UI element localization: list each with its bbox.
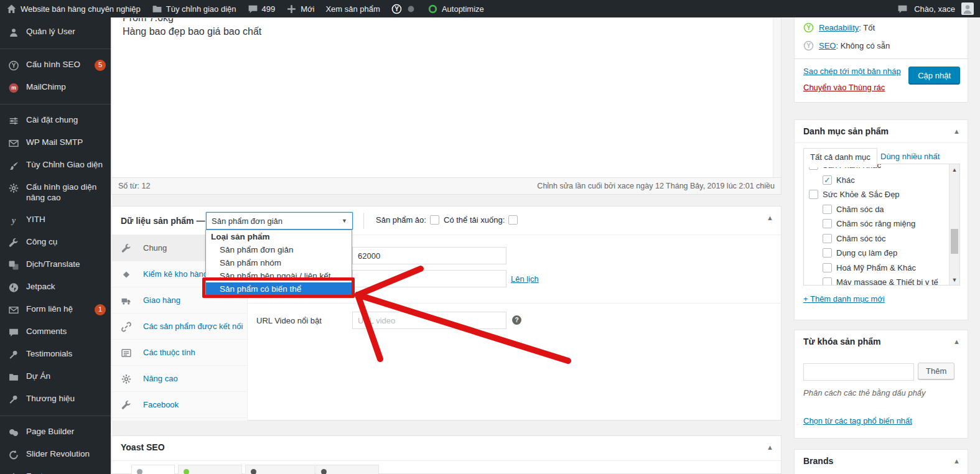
dropdown-option[interactable]: Sản phẩm có biến thể <box>206 282 352 295</box>
add-tag-button[interactable]: Thêm <box>918 363 954 379</box>
admin-bar-yoast[interactable]: Y <box>391 4 416 14</box>
product-data-tab[interactable]: Facebook <box>112 392 247 418</box>
sidebar-item[interactable]: Slider Revolution <box>0 444 111 466</box>
sidebar-item[interactable]: Dự Án <box>0 366 111 388</box>
yoast-tab[interactable] <box>131 465 175 474</box>
dropdown-option[interactable]: Sản phẩm đơn giản <box>206 243 352 256</box>
sidebar-item[interactable]: Form liên hệ1 <box>0 299 111 321</box>
admin-bar-customize[interactable]: Tùy chỉnh giao diện <box>152 4 236 14</box>
add-category-link[interactable]: + Thêm danh mục mới <box>803 294 885 304</box>
sidebar-item[interactable]: Page Builder <box>0 421 111 444</box>
product-data-tab[interactable]: Nâng cao <box>112 366 247 392</box>
dropdown-option[interactable]: Sản phẩm bên ngoài / liên kết <box>206 269 352 282</box>
sidebar-item-label: WP Mail SMTP <box>26 137 106 148</box>
seo-link[interactable]: SEO <box>819 41 836 50</box>
checkbox-unchecked[interactable] <box>823 248 832 258</box>
yith-icon: y <box>7 215 20 226</box>
sale-price-input[interactable] <box>352 270 506 287</box>
sidebar-item[interactable]: Cấu hình giao diện nâng cao <box>0 177 111 209</box>
yoast-tab[interactable] <box>178 465 242 474</box>
checkbox-unchecked[interactable] <box>809 190 818 199</box>
checkbox-unchecked[interactable] <box>823 263 832 272</box>
category-list-scrollbar[interactable]: ▲ ▼ <box>949 164 959 285</box>
category-item[interactable]: Chăm sóc da <box>804 202 946 217</box>
sidebar-item[interactable]: yYITH <box>0 209 111 231</box>
checkbox-checked[interactable]: ✓ <box>823 175 832 185</box>
choose-popular-tags-link[interactable]: Chọn từ các tag phổ biến nhất <box>803 416 912 425</box>
scroll-up-icon[interactable]: ▲ <box>950 164 959 175</box>
admin-bar-comments[interactable]: 499 <box>248 4 276 14</box>
panel-collapse-icon[interactable]: ▲ <box>953 457 960 465</box>
editor-scrollbar[interactable] <box>773 18 781 177</box>
schedule-link[interactable]: Lên lịch <box>511 274 539 284</box>
tab-all-categories[interactable]: Tất cả danh mục <box>803 148 877 167</box>
category-item[interactable]: Chăm sóc tóc <box>804 231 946 246</box>
sidebar-item[interactable]: Testimonials <box>0 343 111 366</box>
readability-value: : Tốt <box>859 23 875 32</box>
category-item[interactable]: Hoá Mỹ Phẩm & Khác <box>804 261 946 276</box>
checkbox-unchecked[interactable] <box>823 277 832 286</box>
product-data-tab[interactable]: Các thuộc tính <box>112 340 247 366</box>
sidebar-item[interactable]: Thương hiệu <box>0 388 111 411</box>
category-item[interactable]: Dụng cụ làm đẹp <box>804 246 946 261</box>
notification-badge: 5 <box>95 60 106 71</box>
checkbox-unchecked[interactable] <box>823 219 832 228</box>
sidebar-item[interactable]: Tùy Chỉnh Giao diện <box>0 154 111 177</box>
readability-link[interactable]: Readability <box>819 23 859 32</box>
scroll-down-icon[interactable]: ▼ <box>950 274 959 285</box>
admin-greeting[interactable]: Chào, xace <box>914 4 955 14</box>
category-item[interactable]: Chăm sóc răng miệng <box>804 216 946 231</box>
dropdown-option[interactable]: Sản phẩm nhóm <box>206 256 352 269</box>
admin-bar-autoptimize[interactable]: Autoptimize <box>427 4 484 14</box>
sidebar-item[interactable]: Footers <box>0 466 111 474</box>
sidebar-item[interactable]: mMailChimp <box>0 77 111 99</box>
update-button[interactable]: Cập nhật <box>908 67 960 85</box>
product-type-select[interactable]: Sản phẩm đơn giản ▼ <box>206 212 353 230</box>
sidebar-item[interactable]: Cài đặt chung <box>0 109 111 132</box>
panel-collapse-icon[interactable]: ▲ <box>767 444 773 451</box>
panel-collapse-icon[interactable]: ▲ <box>953 128 960 135</box>
yoast-tab[interactable] <box>245 465 315 474</box>
scrollbar-thumb[interactable] <box>951 229 958 254</box>
sidebar-item-label: Page Builder <box>26 427 106 437</box>
admin-bar-new[interactable]: Mới <box>286 4 314 14</box>
admin-bar-view-product[interactable]: Xem sản phẩm <box>325 4 380 14</box>
panel-collapse-icon[interactable]: ▲ <box>953 338 960 345</box>
help-icon[interactable]: ? <box>511 314 522 325</box>
regular-price-input[interactable] <box>352 247 506 264</box>
sidebar-item[interactable]: WP Mail SMTP <box>0 132 111 154</box>
categories-title: Danh mục sản phẩm <box>795 120 968 143</box>
pin-icon <box>7 394 20 405</box>
sidebar-item-label: Dự Án <box>26 371 106 382</box>
category-item[interactable]: Máy massage & Thiết bị y tế <box>804 275 946 286</box>
sidebar-item[interactable]: Công cụ <box>0 231 111 254</box>
home-icon <box>7 472 20 474</box>
sidebar-item[interactable]: Quản lý User <box>0 21 111 44</box>
yoast-tab[interactable] <box>315 465 379 474</box>
downloadable-checkbox[interactable] <box>508 215 518 225</box>
category-item[interactable]: Sức Khỏe & Sắc Đẹp <box>804 187 946 202</box>
sidebar-item[interactable]: Dịch/Translate <box>0 254 111 276</box>
translate-icon <box>7 259 20 271</box>
sidebar-item[interactable]: YCấu hình SEO5 <box>0 54 111 77</box>
trash-link[interactable]: Chuyển vào Thùng rác <box>803 83 885 92</box>
admin-bar: Website bán hàng chuyên nghiệp Tùy chỉnh… <box>0 0 980 17</box>
product-data-tab[interactable]: Các sản phẩm được kết nối <box>112 314 247 340</box>
product-categories-box: Danh mục sản phẩm ▲ Tất cả danh mục Dùng… <box>794 119 968 320</box>
video-url-input[interactable] <box>352 312 506 329</box>
category-item[interactable]: ✓Khác <box>804 173 946 188</box>
tag-input[interactable] <box>803 363 914 381</box>
checkbox-unchecked[interactable] <box>823 234 832 243</box>
category-label: Hoá Mỹ Phẩm & Khác <box>836 263 916 272</box>
sidebar-item[interactable]: Comments <box>0 321 111 343</box>
sidebar-item[interactable]: Jetpack <box>0 276 111 299</box>
copy-draft-link[interactable]: Sao chép tới một bản nháp <box>803 67 901 76</box>
virtual-checkbox[interactable] <box>430 215 439 225</box>
panel-collapse-icon[interactable]: ▲ <box>767 214 773 221</box>
avatar[interactable] <box>961 2 974 15</box>
feedback-comment-icon[interactable] <box>897 4 908 14</box>
admin-bar-site[interactable]: Website bán hàng chuyên nghiệp <box>6 4 141 14</box>
content-editor[interactable]: Prom 7.6kg Hàng bao đẹp bao giá bao chất <box>111 17 782 177</box>
checkbox-unchecked[interactable] <box>823 205 832 214</box>
tab-most-used[interactable]: Dùng nhiều nhất <box>880 152 940 161</box>
